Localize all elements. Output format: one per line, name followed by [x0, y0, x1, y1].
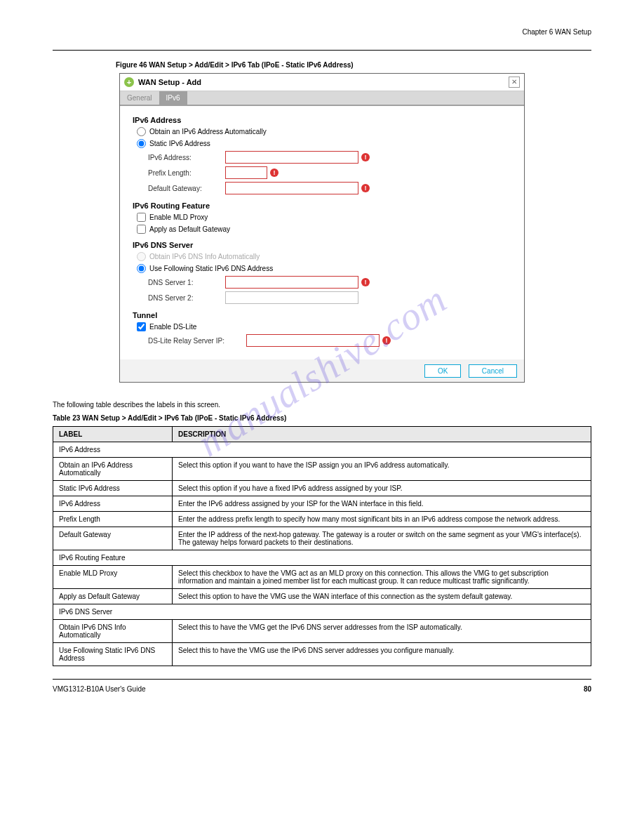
th-label: LABEL: [53, 427, 173, 442]
radio-obtain-auto-label: Obtain an IPv6 Address Automatically: [149, 128, 267, 135]
label-cell: Obtain IPv6 DNS Info Automatically: [53, 620, 173, 643]
close-icon[interactable]: ✕: [509, 77, 520, 88]
warning-icon: !: [361, 184, 370, 192]
mld-proxy-label: Enable MLD Proxy: [149, 213, 208, 221]
mld-proxy-row[interactable]: Enable MLD Proxy: [133, 213, 511, 222]
dns2-label: DNS Server 2:: [148, 294, 225, 302]
table-row: IPv6 AddressEnter the IPv6 address assig…: [53, 496, 591, 512]
mld-proxy-checkbox[interactable]: [137, 213, 146, 222]
warning-icon: !: [361, 153, 370, 161]
wan-setup-modal: + WAN Setup - Add ✕ General IPv6 IPv6 Ad…: [119, 73, 525, 383]
radio-dns-auto-row: Obtain IPv6 DNS Info Automatically: [133, 252, 511, 261]
warning-icon: !: [270, 168, 279, 177]
dns1-label: DNS Server 1:: [148, 279, 225, 286]
prefix-length-input[interactable]: [225, 166, 267, 179]
description-table: LABEL DESCRIPTION IPv6 AddressObtain an …: [53, 426, 591, 666]
modal-body: IPv6 Address Obtain an IPv6 Address Auto…: [120, 106, 524, 359]
radio-static-label: Static IPv6 Address: [149, 140, 210, 147]
default-gateway-row: Default Gateway: !: [133, 182, 511, 194]
relay-row: DS-Lite Relay Server IP: !: [133, 334, 511, 347]
desc-cell: Select this option if you want to have t…: [173, 458, 591, 481]
table-row: Enable MLD ProxySelect this checkbox to …: [53, 566, 591, 589]
radio-dns-auto: [137, 252, 146, 261]
th-desc: DESCRIPTION: [173, 427, 591, 442]
section-routing: IPv6 Routing Feature: [133, 201, 511, 210]
default-gw-row[interactable]: Apply as Default Gateway: [133, 225, 511, 234]
label-cell: Use Following Static IPv6 DNS Address: [53, 643, 173, 666]
default-gw-label: Apply as Default Gateway: [149, 225, 230, 233]
section-cell: IPv6 Routing Feature: [53, 550, 591, 566]
tab-general[interactable]: General: [120, 91, 159, 105]
table-row: IPv6 DNS Server: [53, 604, 591, 620]
footer: VMG1312-B10A User's Guide 80: [53, 685, 591, 693]
desc-cell: Select this checkbox to have the VMG act…: [173, 566, 591, 589]
desc-cell: Enter the IPv6 address assigned by your …: [173, 496, 591, 512]
page-number: 80: [584, 685, 591, 693]
warning-icon: !: [361, 278, 370, 286]
table-row: Apply as Default GatewaySelect this opti…: [53, 589, 591, 604]
radio-static[interactable]: [137, 139, 146, 148]
radio-dns-static-label: Use Following Static IPv6 DNS Address: [149, 265, 273, 272]
label-cell: Static IPv6 Address: [53, 481, 173, 496]
section-ipv6-address: IPv6 Address: [133, 116, 511, 124]
modal-title: WAN Setup - Add: [138, 78, 201, 86]
section-cell: IPv6 DNS Server: [53, 604, 591, 620]
prefix-length-row: Prefix Length: !: [133, 166, 511, 179]
guide-name: VMG1312-B10A User's Guide: [53, 685, 146, 693]
label-cell: Default Gateway: [53, 527, 173, 550]
desc-cell: Enter the IP address of the next-hop gat…: [173, 527, 591, 550]
table-row: IPv6 Address: [53, 442, 591, 458]
radio-dns-static[interactable]: [137, 264, 146, 273]
dns2-row: DNS Server 2:: [133, 291, 511, 304]
desc-cell: Enter the address prefix length to speci…: [173, 512, 591, 527]
cancel-button[interactable]: Cancel: [469, 364, 517, 378]
desc-cell: Select this to have the VMG use the IPv6…: [173, 643, 591, 666]
dns1-row: DNS Server 1: !: [133, 276, 511, 289]
label-cell: Prefix Length: [53, 512, 173, 527]
dslite-label: Enable DS-Lite: [149, 323, 196, 331]
ipv6-address-input[interactable]: [225, 151, 358, 164]
table-row: Obtain an IPv6 Address AutomaticallySele…: [53, 458, 591, 481]
radio-static-row[interactable]: Static IPv6 Address: [133, 139, 511, 148]
section-tunnel: Tunnel: [133, 311, 511, 319]
tab-ipv6[interactable]: IPv6: [159, 91, 187, 105]
desc-cell: Select this option if you have a fixed I…: [173, 481, 591, 496]
relay-label: DS-Lite Relay Server IP:: [148, 337, 246, 345]
modal-titlebar: + WAN Setup - Add ✕: [120, 74, 524, 91]
table-row: Use Following Static IPv6 DNS AddressSel…: [53, 643, 591, 666]
dslite-checkbox[interactable]: [137, 322, 146, 331]
prefix-length-label: Prefix Length:: [148, 169, 225, 177]
dslite-row[interactable]: Enable DS-Lite: [133, 322, 511, 331]
radio-obtain-auto-row[interactable]: Obtain an IPv6 Address Automatically: [133, 127, 511, 136]
ok-button[interactable]: OK: [424, 364, 461, 378]
radio-dns-static-row[interactable]: Use Following Static IPv6 DNS Address: [133, 264, 511, 273]
table-header-row: LABEL DESCRIPTION: [53, 427, 591, 442]
figure-caption: Figure 46 WAN Setup > Add/Edit > IPv6 Ta…: [116, 58, 591, 70]
dns2-input[interactable]: [225, 291, 358, 304]
default-gw-checkbox[interactable]: [137, 225, 146, 234]
table-caption: Table 23 WAN Setup > Add/Edit > IPv6 Tab…: [53, 414, 591, 422]
add-icon: +: [124, 77, 134, 87]
table-row: IPv6 Routing Feature: [53, 550, 591, 566]
ipv6-address-label: IPv6 Address:: [148, 154, 225, 161]
section-dns: IPv6 DNS Server: [133, 241, 511, 249]
footer-separator: [53, 679, 591, 680]
ipv6-address-row: IPv6 Address: !: [133, 151, 511, 164]
desc-cell: Select this to have the VMG get the IPv6…: [173, 620, 591, 643]
dns1-input[interactable]: [225, 276, 358, 289]
radio-obtain-auto[interactable]: [137, 127, 146, 136]
radio-dns-auto-label: Obtain IPv6 DNS Info Automatically: [149, 253, 260, 260]
default-gateway-label: Default Gateway:: [148, 185, 225, 192]
table-row: Obtain IPv6 DNS Info AutomaticallySelect…: [53, 620, 591, 643]
label-cell: IPv6 Address: [53, 496, 173, 512]
table-row: Prefix LengthEnter the address prefix le…: [53, 512, 591, 527]
label-cell: Obtain an IPv6 Address Automatically: [53, 458, 173, 481]
document-page: Chapter 6 WAN Setup manualshive.com Figu…: [0, 0, 644, 714]
relay-input[interactable]: [246, 334, 380, 347]
label-cell: Enable MLD Proxy: [53, 566, 173, 589]
table-row: Default GatewayEnter the IP address of t…: [53, 527, 591, 550]
tab-bar: General IPv6: [120, 91, 524, 106]
default-gateway-input[interactable]: [225, 182, 358, 194]
warning-icon: !: [382, 336, 391, 345]
desc-cell: Select this option to have the VMG use t…: [173, 589, 591, 604]
